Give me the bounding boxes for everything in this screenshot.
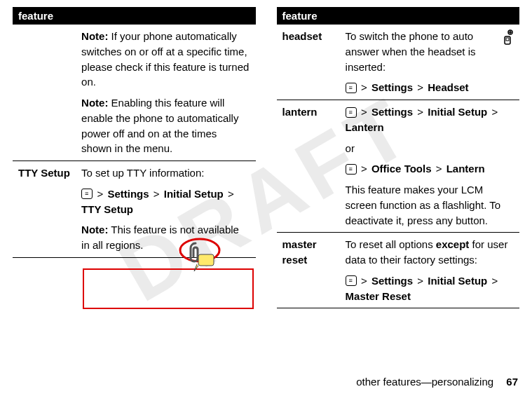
menu-key-icon: ≡ <box>346 164 357 175</box>
note-label: Note: <box>81 97 108 109</box>
gt: > <box>154 188 160 200</box>
gt: > <box>361 163 367 175</box>
path-initial-setup: Initial Setup <box>428 106 487 118</box>
gt: > <box>361 81 367 93</box>
feature-cell <box>13 25 76 161</box>
note-label: Note: <box>81 30 108 42</box>
gt: > <box>361 106 367 118</box>
description-cell: To set up TTY information: ≡ > Settings … <box>76 161 255 258</box>
desc-text-a: To reset all options <box>346 238 436 250</box>
table-row: master reset To reset all options except… <box>277 233 520 308</box>
gt: > <box>491 106 498 118</box>
path-lantern: Lantern <box>346 121 384 133</box>
page-number: 67 <box>506 376 518 388</box>
path-tty: TTY Setup <box>81 203 133 215</box>
gt: > <box>491 275 498 287</box>
gt: > <box>417 275 423 287</box>
desc-text: This feature makes your LCM screen funct… <box>346 182 514 228</box>
headset-icon <box>497 29 514 50</box>
desc-text: To switch the phone to auto answer when … <box>346 29 514 74</box>
gt: > <box>417 81 423 93</box>
feature-cell: headset <box>277 25 340 100</box>
gt: > <box>228 188 234 200</box>
table-row: TTY Setup To set up TTY information: ≡ >… <box>13 161 256 258</box>
feature-cell: lantern <box>277 100 340 233</box>
page-footer: other features—personalizing 67 <box>356 376 518 388</box>
gt: > <box>436 163 442 175</box>
path-headset: Headset <box>428 81 468 93</box>
table-row: headset To switch the phone to auto answ… <box>277 25 520 100</box>
menu-key-icon: ≡ <box>346 107 357 118</box>
gt: > <box>361 275 367 287</box>
or-text: or <box>346 141 514 156</box>
path-office-tools: Office Tools <box>371 163 432 175</box>
svg-rect-4 <box>506 38 509 41</box>
feature-cell: master reset <box>277 233 340 308</box>
path-initial-setup: Initial Setup <box>164 188 224 200</box>
left-column: feature Note: If your phone automaticall… <box>13 7 256 308</box>
right-header: feature <box>277 7 520 25</box>
desc-text: To set up TTY information: <box>81 165 250 181</box>
menu-key-icon: ≡ <box>346 83 357 93</box>
table-row: Note: If your phone automatically switch… <box>13 25 256 161</box>
description-cell: To switch the phone to auto answer when … <box>340 25 519 100</box>
description-cell: To reset all options except for user dat… <box>340 233 519 308</box>
right-column: feature headset To switch the phone to a… <box>277 7 520 308</box>
right-table: feature headset To switch the phone to a… <box>277 7 520 308</box>
path-settings: Settings <box>371 81 413 93</box>
gt: > <box>417 106 423 118</box>
description-cell: Note: If your phone automatically switch… <box>76 25 255 161</box>
note-label: Note: <box>81 224 108 235</box>
left-table: feature Note: If your phone automaticall… <box>13 7 256 258</box>
path-settings: Settings <box>107 188 149 200</box>
footer-text: other features—personalizing <box>356 376 493 388</box>
gt: > <box>97 188 104 200</box>
path-lantern: Lantern <box>446 163 485 175</box>
path-master-reset: Master Reset <box>346 290 411 302</box>
desc-text-b: except <box>436 238 470 250</box>
left-header: feature <box>13 7 256 25</box>
path-settings: Settings <box>371 106 413 118</box>
table-row: lantern ≡ > Settings > Initial Setup > L… <box>277 100 520 233</box>
menu-key-icon: ≡ <box>346 275 357 286</box>
description-cell: ≡ > Settings > Initial Setup > Lantern o… <box>340 100 519 233</box>
feature-cell: TTY Setup <box>13 161 76 258</box>
page-columns: feature Note: If your phone automaticall… <box>0 0 532 308</box>
path-initial-setup: Initial Setup <box>428 275 487 287</box>
path-settings: Settings <box>371 275 413 287</box>
menu-key-icon: ≡ <box>81 189 93 199</box>
